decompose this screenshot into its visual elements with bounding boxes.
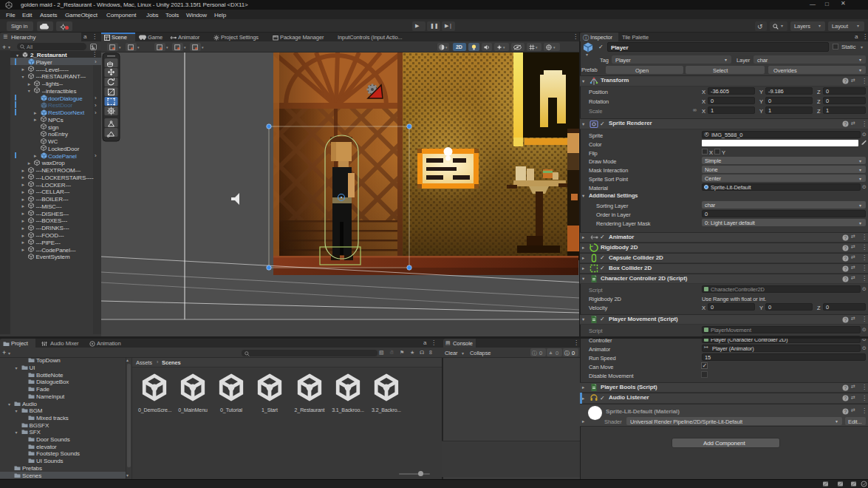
svg-text:?: ? <box>844 245 847 250</box>
svg-text:?: ? <box>844 265 847 271</box>
svg-text:?: ? <box>844 384 847 390</box>
svg-text:?: ? <box>844 78 847 84</box>
svg-text:?: ? <box>844 255 847 260</box>
svg-text:?: ? <box>844 276 847 281</box>
svg-text:?: ? <box>844 121 847 126</box>
svg-text:?: ? <box>844 396 847 401</box>
svg-text:?: ? <box>844 316 847 322</box>
svg-text:?: ? <box>844 234 847 240</box>
svg-text:?: ? <box>844 408 847 413</box>
